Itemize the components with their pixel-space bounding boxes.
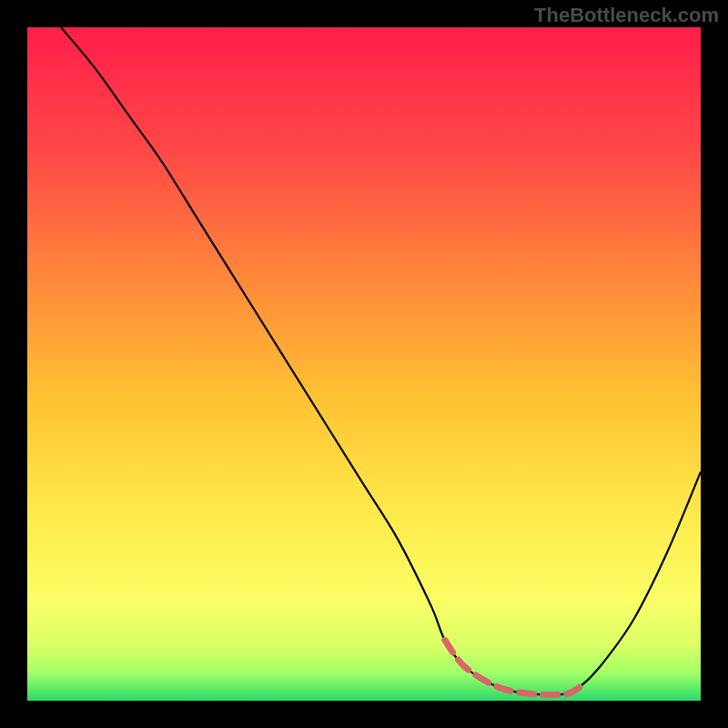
highlight-curve	[445, 640, 580, 694]
plot-area	[27, 27, 701, 701]
curve-layer	[27, 27, 701, 701]
main-curve	[61, 27, 701, 695]
watermark-text: TheBottleneck.com	[534, 4, 719, 27]
